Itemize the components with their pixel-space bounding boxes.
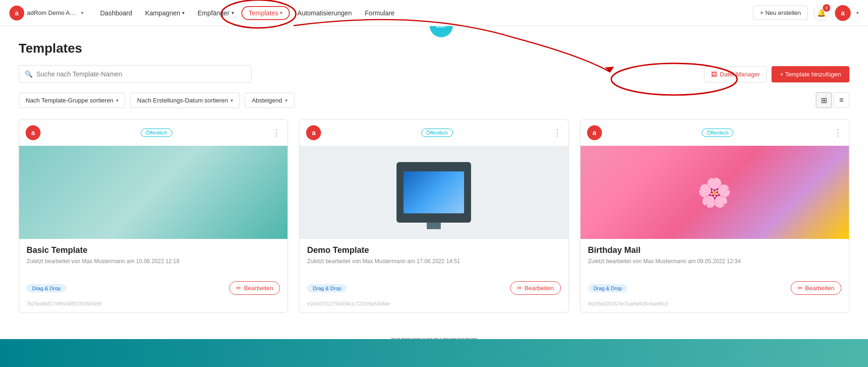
card-1-tag: Drag & Drop bbox=[27, 284, 66, 292]
brand-logo-area[interactable]: a adRom Demo Acc... ▾ bbox=[9, 6, 83, 20]
card-3-header: a Öffentlich ⋮ bbox=[581, 120, 849, 146]
card-2-public-badge: Öffentlich bbox=[421, 129, 453, 137]
toolbar-right-actions: 🖼 Datei-Manager + Template hinzufügen bbox=[704, 66, 849, 82]
preview-3-flowers: 🌸 bbox=[581, 146, 849, 239]
card-2-title: Demo Template bbox=[307, 245, 560, 255]
navbar: a adRom Demo Acc... ▾ Dashboard Kampagne… bbox=[0, 0, 868, 26]
card-1-hash: 7b25ba8b817d4ff1b4f5578f2fa56b5f bbox=[19, 301, 287, 312]
card-2-logo: a bbox=[306, 125, 321, 140]
card-3-hash: 942d9a2001524e31aefa8f26o6ae80c3 bbox=[581, 301, 849, 312]
card-2-header: a Öffentlich ⋮ bbox=[300, 120, 568, 146]
group-sort-chevron-icon: ▾ bbox=[116, 98, 118, 103]
card-3-tag: Drag & Drop bbox=[588, 284, 628, 292]
edit-2-icon: ✏ bbox=[517, 285, 522, 292]
brand-chevron-icon: ▾ bbox=[81, 10, 83, 15]
card-1-logo: a bbox=[26, 125, 41, 140]
card-1-preview: blah You're almost signed up and only 1 … bbox=[19, 146, 287, 239]
card-1-body: Basic Template Zuletzt bearbeitet von Ma… bbox=[19, 239, 287, 277]
list-view-icon: ≡ bbox=[839, 96, 843, 104]
user-avatar-button[interactable]: a bbox=[835, 5, 851, 21]
grid-view-button[interactable]: ⊞ bbox=[816, 92, 832, 108]
nav-item-dashboard[interactable]: Dashboard bbox=[95, 6, 138, 20]
kampagnen-chevron-icon: ▾ bbox=[182, 10, 185, 15]
new-create-button[interactable]: + Neu erstellen bbox=[753, 6, 808, 20]
card-1-title: Basic Template bbox=[27, 245, 280, 255]
card-1-header: a Öffentlich ⋮ bbox=[19, 120, 287, 146]
template-card-3: a Öffentlich ⋮ 🌸 Birthday Mail Zuletzt b… bbox=[580, 119, 849, 313]
card-1-footer: Drag & Drop ✏ Bearbeiten bbox=[19, 277, 287, 301]
card-3-menu-button[interactable]: ⋮ bbox=[834, 128, 842, 138]
card-2-meta: Zuletzt bearbeitet von Max Mustermann am… bbox=[307, 258, 560, 265]
card-2-footer: Drag & Drop ✏ Bearbeiten bbox=[300, 277, 568, 301]
file-manager-icon: 🖼 bbox=[711, 71, 717, 78]
user-menu-chevron-icon[interactable]: ▾ bbox=[856, 10, 859, 15]
card-1-menu-button[interactable]: ⋮ bbox=[272, 128, 281, 138]
card-2-body: Demo Template Zuletzt bearbeitet von Max… bbox=[300, 239, 568, 277]
card-3-footer: Drag & Drop ✏ Bearbeiten bbox=[581, 277, 849, 301]
empfaenger-chevron-icon: ▾ bbox=[232, 10, 234, 15]
nav-links: Dashboard Kampagnen ▾ Empfänger ▾ Templa… bbox=[95, 6, 753, 20]
card-2-edit-button[interactable]: ✏ Bearbeiten bbox=[510, 281, 561, 295]
brand-name: adRom Demo Acc... bbox=[27, 9, 78, 16]
file-manager-button[interactable]: 🖼 Datei-Manager bbox=[704, 66, 767, 82]
card-2-menu-button[interactable]: ⋮ bbox=[553, 128, 562, 138]
search-icon: 🔍 bbox=[25, 70, 33, 78]
card-3-logo: a bbox=[587, 125, 602, 140]
date-sort-button[interactable]: Nach Erstellungs-Datum sortieren ▾ bbox=[130, 93, 240, 108]
grid-view-icon: ⊞ bbox=[821, 96, 827, 105]
view-toggle: ⊞ ≡ bbox=[816, 92, 849, 108]
card-2-tag: Drag & Drop bbox=[307, 284, 347, 292]
order-sort-button[interactable]: Absteigend ▾ bbox=[245, 93, 294, 108]
add-template-button[interactable]: + Template hinzufügen bbox=[772, 66, 849, 82]
order-sort-chevron-icon: ▾ bbox=[285, 98, 287, 103]
templates-chevron-icon: ▾ bbox=[280, 10, 282, 15]
card-3-preview: 🌸 bbox=[581, 146, 849, 239]
nav-item-automatisierungen[interactable]: Automatisierungen bbox=[292, 6, 357, 20]
list-view-button[interactable]: ≡ bbox=[834, 92, 849, 108]
notifications-button[interactable]: 🔔 0 bbox=[813, 5, 829, 21]
card-3-meta: Zuletzt bearbeitet von Max Mustermann am… bbox=[588, 258, 841, 265]
card-3-body: Birthday Mail Zuletzt bearbeitet von Max… bbox=[581, 239, 849, 277]
preview-2-stand bbox=[427, 223, 441, 229]
search-input[interactable] bbox=[33, 66, 246, 82]
edit-3-icon: ✏ bbox=[798, 285, 803, 292]
card-1-meta: Zuletzt bearbeitet von Max Mustermann am… bbox=[27, 258, 280, 265]
notification-badge: 0 bbox=[823, 4, 830, 12]
templates-grid: a Öffentlich ⋮ blah You're almost signed… bbox=[19, 119, 849, 313]
card-1-public-badge: Öffentlich bbox=[141, 129, 172, 137]
card-1-edit-button[interactable]: ✏ Bearbeiten bbox=[229, 281, 280, 295]
edit-icon: ✏ bbox=[236, 285, 241, 292]
nav-item-empfaenger[interactable]: Empfänger ▾ bbox=[192, 6, 239, 20]
card-3-public-badge: Öffentlich bbox=[702, 129, 733, 137]
date-sort-chevron-icon: ▾ bbox=[231, 98, 233, 103]
main-content: Templates 🔍 🖼 Datei-Manager + Template h… bbox=[0, 26, 868, 367]
page-title: Templates bbox=[19, 41, 849, 56]
search-wrapper: 🔍 bbox=[19, 65, 252, 83]
template-card-2: a Öffentlich ⋮ Demo Template Zuletzt bea… bbox=[299, 119, 568, 313]
nav-item-templates[interactable]: Templates ▾ bbox=[241, 6, 290, 20]
card-3-title: Birthday Mail bbox=[588, 245, 841, 255]
card-2-preview bbox=[300, 146, 568, 239]
group-sort-button[interactable]: Nach Template-Gruppe sortieren ▾ bbox=[19, 93, 125, 108]
navbar-right: + Neu erstellen 🔔 0 a ▾ bbox=[753, 5, 859, 21]
nav-item-kampagnen[interactable]: Kampagnen ▾ bbox=[140, 6, 191, 20]
card-3-edit-button[interactable]: ✏ Bearbeiten bbox=[791, 281, 841, 295]
template-card-1: a Öffentlich ⋮ blah You're almost signed… bbox=[19, 119, 288, 313]
card-2-hash: e1b3e37312754d34b1c7232e6a53d4de bbox=[300, 301, 568, 312]
preview-2-screen bbox=[403, 171, 464, 213]
search-toolbar: 🔍 🖼 Datei-Manager + Template hinzufügen bbox=[19, 65, 849, 83]
nav-item-formulare[interactable]: Formulare bbox=[359, 6, 400, 20]
filters-bar: Nach Template-Gruppe sortieren ▾ Nach Er… bbox=[19, 92, 849, 108]
brand-icon: a bbox=[9, 6, 24, 20]
preview-2-computer bbox=[396, 162, 471, 223]
